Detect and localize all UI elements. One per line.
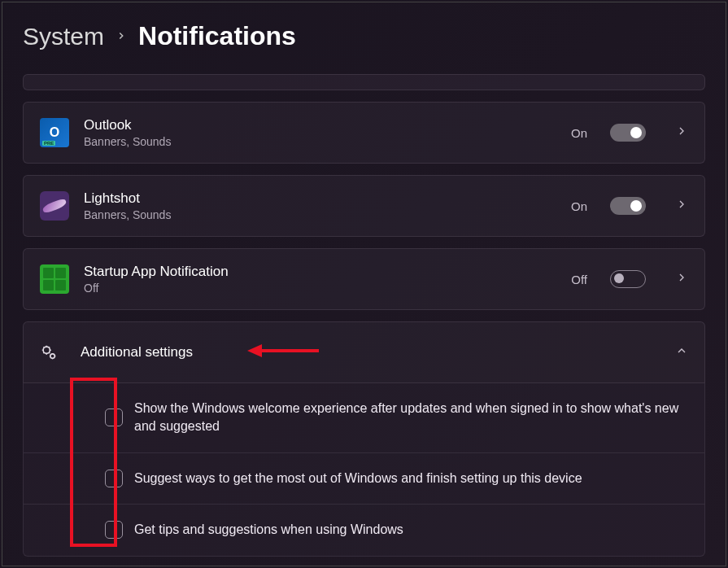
chevron-right-icon: [116, 27, 127, 46]
chevron-right-icon: [675, 198, 688, 214]
app-title: Lightshot: [84, 190, 556, 207]
app-row-startup[interactable]: Startup App Notification Off Off: [23, 248, 705, 310]
app-info: Startup App Notification Off: [84, 264, 556, 295]
app-title: Startup App Notification: [84, 264, 556, 280]
breadcrumb: System Notifications: [23, 21, 705, 51]
breadcrumb-parent[interactable]: System: [23, 23, 104, 50]
page-title: Notifications: [138, 21, 296, 51]
svg-point-0: [43, 347, 50, 353]
app-info: Lightshot Banners, Sounds: [84, 190, 556, 221]
checkbox-label: Show the Windows welcome experience afte…: [134, 400, 688, 436]
gear-icon: [40, 343, 58, 361]
app-subtitle: Banners, Sounds: [84, 135, 556, 148]
toggle-switch[interactable]: [610, 270, 646, 288]
checkbox-label: Get tips and suggestions when using Wind…: [134, 521, 403, 539]
checkbox-label: Suggest ways to get the most out of Wind…: [134, 470, 582, 487]
additional-settings-header[interactable]: Additional settings: [23, 321, 705, 383]
checkbox[interactable]: [105, 521, 123, 539]
section-title: Additional settings: [81, 344, 652, 360]
lightshot-icon: [40, 191, 69, 221]
app-title: Outlook: [84, 117, 556, 133]
toggle-switch[interactable]: [610, 197, 646, 215]
app-row-lightshot[interactable]: Lightshot Banners, Sounds On: [23, 175, 705, 237]
toggle-switch[interactable]: [610, 124, 646, 142]
chevron-right-icon: [675, 271, 688, 287]
chevron-up-icon: [675, 344, 688, 360]
checkbox[interactable]: [105, 409, 123, 426]
checkbox[interactable]: [105, 470, 123, 487]
svg-point-1: [50, 354, 55, 359]
toggle-state-label: Off: [571, 273, 587, 286]
panel-collapsed-top: [23, 74, 705, 90]
app-subtitle: Banners, Sounds: [84, 208, 556, 221]
app-subtitle: Off: [84, 282, 556, 295]
startup-icon: [40, 264, 69, 294]
app-row-outlook[interactable]: OPRE Outlook Banners, Sounds On: [23, 102, 705, 164]
toggle-state-label: On: [571, 199, 587, 213]
checkbox-row-tips[interactable]: Get tips and suggestions when using Wind…: [23, 505, 705, 556]
chevron-right-icon: [675, 125, 688, 141]
checkbox-row-suggest[interactable]: Suggest ways to get the most out of Wind…: [23, 453, 705, 505]
outlook-icon: OPRE: [40, 118, 69, 147]
checkbox-row-welcome[interactable]: Show the Windows welcome experience afte…: [23, 383, 705, 453]
app-info: Outlook Banners, Sounds: [84, 117, 556, 148]
toggle-state-label: On: [571, 126, 587, 140]
